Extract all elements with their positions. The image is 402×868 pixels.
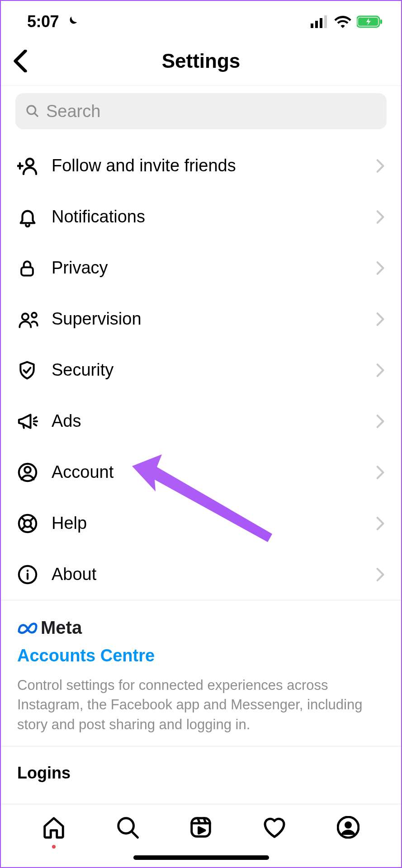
svg-point-28 xyxy=(27,570,29,572)
chevron-right-icon xyxy=(376,159,385,173)
menu-item-label: Account xyxy=(52,462,376,482)
menu-item-help[interactable]: Help xyxy=(1,498,401,549)
moon-icon xyxy=(65,15,79,28)
svg-point-21 xyxy=(24,520,31,527)
home-indicator[interactable] xyxy=(133,855,269,860)
menu-item-security[interactable]: Security xyxy=(1,344,401,396)
chevron-right-icon xyxy=(376,363,385,377)
page-title: Settings xyxy=(162,50,241,72)
meta-brand-text: Meta xyxy=(41,618,82,638)
svg-line-24 xyxy=(22,526,25,529)
meta-infinity-icon xyxy=(17,621,38,635)
clock-time: 5:07 xyxy=(27,12,59,31)
info-icon xyxy=(17,564,43,585)
status-bar: 5:07 xyxy=(1,1,401,36)
nav-activity[interactable] xyxy=(260,813,288,841)
chevron-right-icon xyxy=(376,210,385,224)
user-plus-icon xyxy=(17,155,43,177)
nav-search[interactable] xyxy=(114,813,142,841)
svg-rect-6 xyxy=(380,19,382,24)
menu-item-follow-invite[interactable]: Follow and invite friends xyxy=(1,140,401,191)
notification-dot-icon xyxy=(52,845,56,849)
accounts-centre-link[interactable]: Accounts Centre xyxy=(17,646,385,665)
svg-point-13 xyxy=(22,313,28,320)
menu-item-label: Supervision xyxy=(52,309,376,329)
people-icon xyxy=(17,309,43,329)
svg-point-19 xyxy=(24,467,30,472)
meta-section: Meta Accounts Centre Control settings fo… xyxy=(1,600,401,746)
menu-item-label: About xyxy=(52,565,376,584)
chevron-right-icon xyxy=(376,516,385,531)
user-circle-icon xyxy=(17,462,43,483)
svg-rect-2 xyxy=(320,18,322,28)
svg-rect-0 xyxy=(311,24,313,28)
menu-item-label: Privacy xyxy=(52,258,376,278)
meta-logo: Meta xyxy=(17,618,385,638)
chevron-right-icon xyxy=(376,261,385,275)
chevron-right-icon xyxy=(376,567,385,582)
svg-line-15 xyxy=(34,417,37,419)
menu-item-supervision[interactable]: Supervision xyxy=(1,293,401,344)
svg-point-9 xyxy=(26,159,33,166)
menu-item-account[interactable]: Account xyxy=(1,447,401,498)
svg-rect-12 xyxy=(21,267,33,275)
chevron-right-icon xyxy=(376,414,385,429)
cellular-signal-icon xyxy=(311,15,329,28)
menu-item-label: Help xyxy=(52,514,376,533)
battery-charging-icon xyxy=(357,15,383,28)
chevron-right-icon xyxy=(376,465,385,480)
svg-line-17 xyxy=(34,424,37,425)
shield-check-icon xyxy=(17,360,43,381)
nav-profile[interactable] xyxy=(334,813,362,841)
wifi-icon xyxy=(334,15,351,28)
search-icon xyxy=(25,104,40,118)
lifebuoy-icon xyxy=(17,513,43,534)
svg-rect-1 xyxy=(315,21,318,28)
svg-point-7 xyxy=(27,106,36,114)
nav-home[interactable] xyxy=(40,813,68,841)
lock-icon xyxy=(17,258,43,278)
menu-item-label: Ads xyxy=(52,411,376,431)
back-button[interactable] xyxy=(9,50,32,72)
nav-reels[interactable] xyxy=(187,813,215,841)
svg-point-14 xyxy=(32,312,37,317)
settings-list: Follow and invite friends Notifications … xyxy=(1,134,401,600)
svg-line-23 xyxy=(30,517,34,521)
svg-line-25 xyxy=(30,526,34,529)
svg-line-22 xyxy=(22,517,25,521)
svg-rect-3 xyxy=(324,15,327,28)
menu-item-label: Notifications xyxy=(52,207,376,226)
menu-item-ads[interactable]: Ads xyxy=(1,396,401,447)
bell-icon xyxy=(17,207,43,227)
search-input[interactable] xyxy=(46,102,377,121)
menu-item-label: Security xyxy=(52,360,376,380)
menu-item-about[interactable]: About xyxy=(1,549,401,600)
chevron-right-icon xyxy=(376,312,385,326)
menu-item-privacy[interactable]: Privacy xyxy=(1,242,401,293)
svg-line-31 xyxy=(132,831,138,838)
menu-item-label: Follow and invite friends xyxy=(52,156,376,175)
logins-section: Logins xyxy=(1,746,401,796)
logins-heading: Logins xyxy=(17,764,385,783)
content-area: Follow and invite friends Notifications … xyxy=(1,86,401,796)
search-box[interactable] xyxy=(15,93,387,129)
svg-point-38 xyxy=(345,821,352,829)
meta-description: Control settings for connected experienc… xyxy=(17,675,385,734)
megaphone-icon xyxy=(17,411,43,431)
svg-marker-36 xyxy=(199,827,205,834)
svg-line-8 xyxy=(34,113,38,117)
menu-item-notifications[interactable]: Notifications xyxy=(1,191,401,242)
page-header: Settings xyxy=(1,36,401,86)
